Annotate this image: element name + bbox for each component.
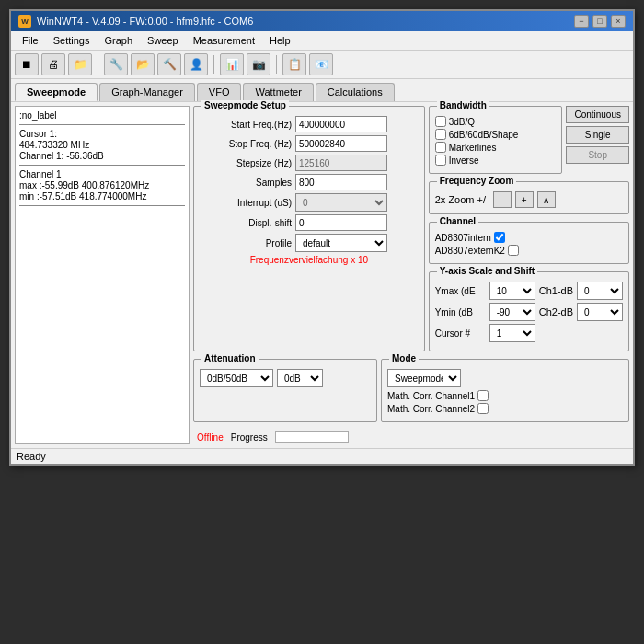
displ-shift-label: Displ.-shift	[200, 218, 292, 228]
toolbar-clipboard-btn[interactable]: 📋	[282, 53, 306, 75]
divider2	[19, 165, 185, 166]
mode-row: Sweepmode	[387, 369, 623, 387]
no-label: :no_label	[19, 110, 185, 121]
stop-freq-row: Stop Freq. (Hz)	[200, 135, 419, 152]
toolbar-stop-btn[interactable]: ⏹	[15, 53, 39, 75]
bw-inverse-label: Inverse	[449, 155, 479, 166]
ymax-row: Ymax (dE 10200 Ch1-dB 05-5	[435, 282, 623, 300]
bw-marker-check[interactable]	[435, 142, 446, 153]
divider1	[19, 124, 185, 125]
ch2db-label: Ch2-dB	[539, 306, 573, 317]
cursor-freq: 484.733320 MHz	[19, 140, 185, 150]
attenuation-sel1[interactable]: 0dB/50dB	[200, 369, 273, 387]
sweepmode-setup-label: Sweepmode Setup	[201, 100, 289, 110]
zoom-controls: 2x Zoom +/- - + ∧	[435, 191, 623, 208]
start-freq-input[interactable]	[295, 116, 387, 132]
freq-zoom-label: Frequency Zoom	[437, 176, 517, 186]
tab-calculations[interactable]: Calculations	[316, 83, 395, 101]
displ-shift-input[interactable]	[295, 214, 387, 231]
window-title: WinNWT4 - V.4.09 - FW:0.00 - hfm9.hfc - …	[37, 16, 253, 27]
ad8307intern-check[interactable]	[494, 232, 505, 243]
math-corr2-check[interactable]	[477, 403, 489, 414]
bw-inverse-check[interactable]	[435, 155, 446, 166]
divider3	[19, 205, 185, 206]
math-corr1-check[interactable]	[477, 390, 489, 401]
continuous-button[interactable]: Continuous	[566, 106, 629, 123]
ch1db-select[interactable]: 05-5	[577, 282, 623, 300]
bw-6db-label: 6dB/60dB/Shape	[449, 130, 519, 140]
mode-label: Mode	[389, 353, 419, 363]
toolbar-email-btn[interactable]: 📧	[309, 53, 333, 75]
samples-label: Samples	[200, 178, 292, 188]
ymax-select[interactable]: 10200	[489, 282, 535, 300]
menu-settings[interactable]: Settings	[46, 33, 98, 48]
toolbar-folder-btn[interactable]: 📁	[68, 53, 92, 75]
attenuation-sel2[interactable]: 0dB	[277, 369, 323, 387]
tab-vfo[interactable]: VFO	[197, 83, 242, 101]
channel-label-text: Channel	[437, 216, 478, 226]
stop-button[interactable]: Stop	[566, 146, 629, 164]
bw-3db-row: 3dB/Q	[435, 116, 557, 127]
bandwidth-label: Bandwidth	[437, 100, 489, 110]
toolbar-user-btn[interactable]: 👤	[184, 53, 208, 75]
math-corr1-label: Math. Corr. Channel1	[387, 391, 475, 401]
ymin-row: Ymin (dB -90-80-100 Ch2-dB 05-5	[435, 303, 623, 321]
toolbar-sep1	[98, 55, 98, 74]
menu-sweep[interactable]: Sweep	[140, 33, 186, 48]
tab-wattmeter[interactable]: Wattmeter	[243, 83, 313, 101]
ch2db-select[interactable]: 05-5	[577, 303, 623, 321]
menu-measurement[interactable]: Measurement	[186, 33, 262, 48]
samples-input[interactable]	[295, 174, 387, 190]
attenuation-label: Attenuation	[201, 353, 259, 363]
menu-file[interactable]: File	[15, 33, 46, 48]
main-window: W WinNWT4 - V.4.09 - FW:0.00 - hfm9.hfc …	[9, 9, 635, 466]
zoom-up-btn[interactable]: ∧	[537, 191, 556, 208]
mode-group: Mode Sweepmode Math. Corr. Channel1 Math…	[381, 359, 629, 422]
tab-sweepmode[interactable]: Sweepmode	[15, 83, 98, 101]
close-button[interactable]: ×	[611, 15, 626, 28]
minimize-button[interactable]: −	[574, 15, 589, 28]
toolbar-sep3	[276, 55, 277, 74]
stepsize-row: Stepsize (Hz)	[200, 155, 419, 171]
app-icon: W	[18, 15, 31, 28]
menu-graph[interactable]: Graph	[97, 33, 140, 48]
stop-freq-input[interactable]	[295, 135, 387, 152]
zoom-minus-btn[interactable]: -	[493, 191, 512, 208]
toolbar-camera-btn[interactable]: 📷	[247, 53, 270, 75]
displ-shift-row: Displ.-shift	[200, 214, 419, 231]
min-line: min :-57.51dB 418.774000MHz	[19, 191, 185, 201]
stepsize-label: Stepsize (Hz)	[200, 158, 292, 168]
y-axis-group: Y-axis Scale and Shift Ymax (dE 10200 Ch…	[429, 271, 629, 351]
bw-3db-check[interactable]	[435, 116, 446, 127]
toolbar-open-btn[interactable]: 📂	[131, 53, 155, 75]
tab-graph-manager[interactable]: Graph-Manager	[99, 83, 195, 101]
profile-select[interactable]: default	[295, 234, 387, 252]
ymax-label: Ymax (dE	[435, 286, 486, 296]
ymin-label: Ymin (dB	[435, 307, 486, 317]
toolbar-chart-btn[interactable]: 📊	[220, 53, 244, 75]
mode-select[interactable]: Sweepmode	[387, 369, 461, 387]
bw-inverse-row: Inverse	[435, 155, 557, 166]
toolbar: ⏹ 🖨 📁 🔧 📂 🔨 👤 📊 📷 📋 📧	[11, 51, 633, 79]
bw-6db-check[interactable]	[435, 129, 446, 140]
toolbar-sep2	[213, 55, 214, 74]
menu-help[interactable]: Help	[262, 33, 298, 48]
ad8307extern2-check[interactable]	[508, 245, 519, 256]
title-controls: − □ ×	[574, 15, 626, 28]
maximize-button[interactable]: □	[592, 15, 607, 28]
interrupt-label: Interrupt (uS)	[200, 198, 292, 208]
status-bar: Ready	[11, 448, 633, 464]
freq-note: Frequenzvervielfachung x 10	[200, 255, 419, 265]
ymin-select[interactable]: -90-80-100	[489, 303, 535, 321]
toolbar-tools-btn[interactable]: 🔧	[104, 53, 128, 75]
bw-marker-row: Markerlines	[435, 142, 557, 153]
y-axis-label-text: Y-axis Scale and Shift	[437, 266, 537, 276]
cursor-select[interactable]: 12	[489, 324, 535, 342]
status-ready: Ready	[17, 451, 46, 462]
single-button[interactable]: Single	[566, 126, 629, 144]
toolbar-hammer-btn[interactable]: 🔨	[157, 53, 181, 75]
start-freq-label: Start Freq.(Hz)	[200, 120, 292, 130]
interrupt-select[interactable]: 0	[295, 193, 387, 212]
toolbar-print-btn[interactable]: 🖨	[41, 53, 65, 75]
zoom-plus-btn[interactable]: +	[515, 191, 534, 208]
